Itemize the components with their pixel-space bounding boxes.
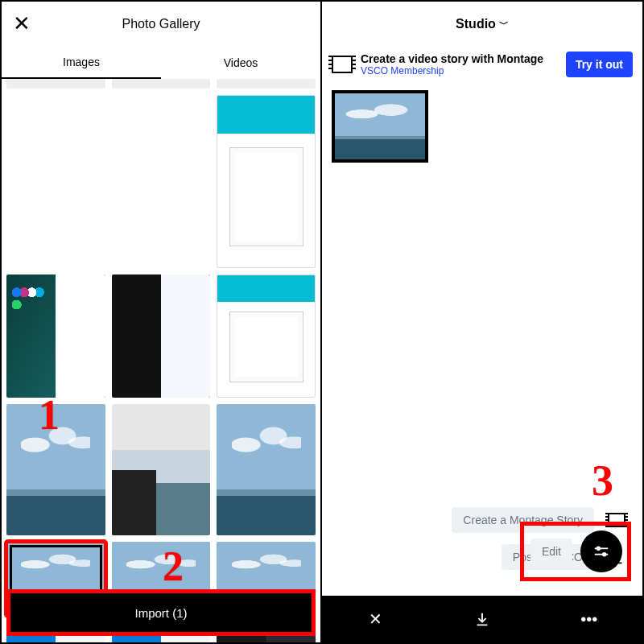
- page-title: Photo Gallery: [122, 17, 200, 31]
- banner-title: Create a video story with Montage: [361, 52, 558, 65]
- filter-fab[interactable]: [580, 530, 622, 572]
- gallery-thumb[interactable]: [217, 404, 316, 535]
- tab-videos[interactable]: Videos: [161, 47, 320, 79]
- gallery-thumb[interactable]: [112, 95, 211, 268]
- gallery-thumb[interactable]: [217, 275, 316, 398]
- gallery-thumb[interactable]: [6, 275, 105, 398]
- tab-images[interactable]: Images: [2, 47, 161, 79]
- import-button-highlight: Import (1): [6, 589, 316, 636]
- banner-membership-link[interactable]: VSCO Membership: [361, 65, 558, 76]
- studio-dropdown[interactable]: Studio ﹀: [322, 2, 642, 47]
- studio-title: Studio: [456, 17, 496, 31]
- import-button[interactable]: Import (1): [10, 593, 312, 632]
- gallery-thumb[interactable]: [112, 79, 211, 89]
- edit-button-highlight: Edit: [520, 522, 631, 581]
- gallery-thumb[interactable]: [6, 79, 105, 89]
- gallery-thumb[interactable]: [6, 404, 105, 535]
- gallery-thumb[interactable]: [112, 404, 211, 535]
- svg-point-0: [597, 547, 601, 551]
- svg-point-3: [603, 553, 606, 556]
- gallery-thumb[interactable]: [112, 275, 211, 398]
- edit-button[interactable]: Edit: [530, 539, 572, 564]
- try-it-out-button[interactable]: Try it out: [566, 52, 633, 77]
- chevron-down-icon: ﹀: [499, 18, 509, 31]
- close-icon[interactable]: ✕: [13, 14, 31, 32]
- gallery-thumb[interactable]: [6, 95, 105, 268]
- bottom-close-button[interactable]: ✕: [351, 603, 399, 635]
- bottom-more-button[interactable]: •••: [565, 603, 613, 635]
- studio-item[interactable]: [332, 90, 428, 163]
- montage-film-icon: [332, 56, 353, 73]
- annotation-3: 3: [592, 456, 613, 506]
- bottom-bar: ✕ •••: [322, 596, 642, 642]
- gallery-thumb[interactable]: [217, 95, 316, 268]
- photo-grid: [6, 79, 316, 642]
- bottom-download-button[interactable]: [458, 603, 506, 635]
- gallery-thumb[interactable]: [217, 79, 316, 89]
